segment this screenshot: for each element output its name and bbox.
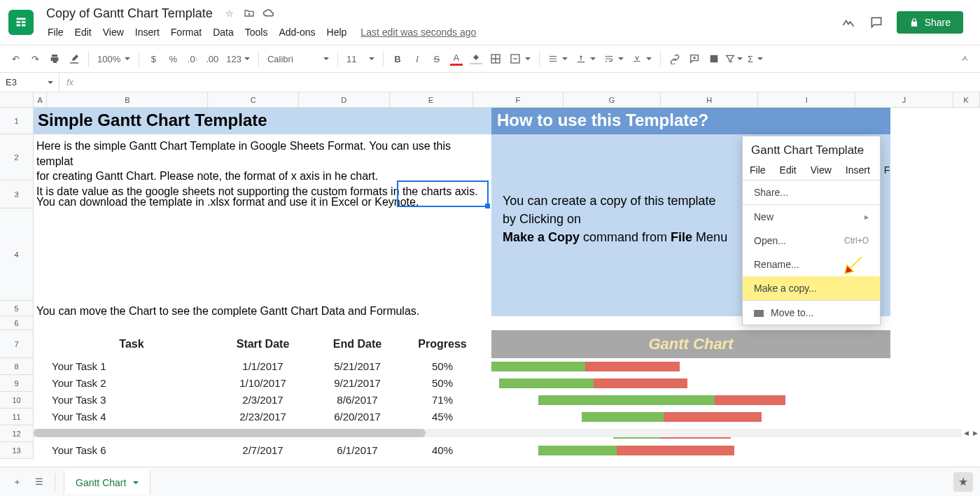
scrollbar-thumb[interactable] [34, 429, 426, 437]
text-color-button[interactable]: A [447, 49, 466, 69]
scroll-left-icon[interactable]: ◀ [962, 429, 971, 437]
row-header-10[interactable]: 10 [0, 392, 34, 409]
col-header-I[interactable]: I [758, 92, 855, 107]
cloud-status-icon[interactable] [262, 6, 276, 20]
sheets-logo[interactable] [8, 10, 34, 35]
row-header-12[interactable]: 12 [0, 425, 34, 442]
menu-add-ons[interactable]: Add-ons [273, 24, 321, 41]
borders-button[interactable] [486, 49, 505, 69]
table-cell: 2/3/2017 [216, 392, 310, 409]
col-header-D[interactable]: D [299, 92, 390, 107]
popup-item: Move to... [743, 301, 880, 325]
menu-view[interactable]: View [97, 24, 130, 41]
last-edit-link[interactable]: Last edit was seconds ago [360, 27, 476, 38]
table-cell: 6/1/2017 [310, 442, 405, 459]
redo-button[interactable]: ↷ [25, 49, 45, 69]
row-header-3[interactable]: 3 [0, 180, 34, 208]
document-title[interactable]: Copy of Gantt Chart Template [42, 5, 217, 22]
popup-menu-item: Insert [839, 160, 877, 180]
zoom-select[interactable]: 100% [93, 49, 134, 69]
sheet-tab[interactable]: Gantt Chart [64, 470, 150, 494]
row-header-6[interactable]: 6 [0, 316, 34, 330]
menu-data[interactable]: Data [207, 24, 239, 41]
row-header-13[interactable]: 13 [0, 442, 34, 459]
popup-menu-item: Edit [773, 160, 804, 180]
menu-help[interactable]: Help [321, 24, 353, 41]
row-header-7[interactable]: 7 [0, 330, 34, 358]
font-value: Calibri [267, 54, 293, 64]
row-header-1[interactable]: 1 [0, 108, 34, 134]
text-rotate-button[interactable] [628, 49, 656, 69]
col-header-J[interactable]: J [855, 92, 953, 107]
row-header-8[interactable]: 8 [0, 358, 34, 375]
row-header-9[interactable]: 9 [0, 375, 34, 392]
col-header-E[interactable]: E [390, 92, 473, 107]
name-box-value: E3 [6, 77, 17, 87]
cells-area[interactable]: Simple Gantt Chart Template How to use t… [34, 108, 980, 467]
title-left: Simple Gantt Chart Template [34, 108, 272, 133]
font-select[interactable]: Calibri [263, 49, 333, 69]
activity-icon[interactable] [841, 15, 856, 30]
bold-button[interactable]: B [388, 49, 407, 69]
row-header-2[interactable]: 2 [0, 134, 34, 180]
insert-chart-button[interactable] [704, 49, 724, 69]
menu-format[interactable]: Format [165, 24, 207, 41]
insert-link-button[interactable] [665, 49, 685, 69]
row-header-4[interactable]: 4 [0, 208, 34, 301]
currency-button[interactable]: $ [144, 49, 163, 69]
filter-button[interactable] [724, 49, 743, 69]
menu-file[interactable]: File [42, 24, 69, 41]
table-header: Start Date [216, 330, 310, 358]
vertical-align-button[interactable] [572, 49, 600, 69]
title-right: How to use this Template? [493, 108, 713, 133]
menu-edit[interactable]: Edit [69, 24, 97, 41]
col-header-B[interactable]: B [47, 92, 208, 107]
table-cell: Your Task 6 [52, 442, 220, 459]
explore-button[interactable] [953, 472, 973, 492]
paint-format-button[interactable] [64, 49, 84, 69]
title-bar: Copy of Gantt Chart Template ☆ FileEditV… [0, 0, 980, 45]
scroll-right-icon[interactable]: ▶ [971, 429, 980, 437]
text-wrap-button[interactable] [600, 49, 628, 69]
comments-icon[interactable] [869, 15, 884, 30]
strikethrough-button[interactable]: S [427, 49, 447, 69]
horizontal-align-button[interactable] [544, 49, 572, 69]
collapse-toolbar-button[interactable]: ㅅ [955, 49, 974, 69]
star-icon[interactable]: ☆ [223, 6, 237, 20]
increase-decimal-button[interactable]: .00 [202, 49, 222, 69]
all-sheets-button[interactable]: ☰ [28, 471, 50, 493]
italic-button[interactable]: I [407, 49, 427, 69]
fill-color-button[interactable] [466, 49, 486, 69]
select-all-corner[interactable] [0, 92, 34, 108]
insert-comment-button[interactable] [685, 49, 704, 69]
undo-button[interactable]: ↶ [6, 49, 25, 69]
decrease-decimal-button[interactable]: .0↓ [183, 49, 202, 69]
popup-menu-item: F [877, 160, 897, 180]
merge-cells-button[interactable] [505, 49, 535, 69]
desc2: You can download the template in .xlsx f… [36, 196, 419, 208]
row-headers: 12345678910111213 [0, 108, 34, 459]
horizontal-scrollbar[interactable] [34, 429, 962, 437]
font-size-select[interactable]: 11 [342, 49, 379, 69]
col-header-H[interactable]: H [661, 92, 758, 107]
row-header-11[interactable]: 11 [0, 409, 34, 425]
popup-menu-item: View [804, 160, 839, 180]
share-button[interactable]: Share [897, 11, 963, 34]
functions-button[interactable]: Σ [743, 49, 767, 69]
percent-button[interactable]: % [163, 49, 183, 69]
name-box[interactable]: E3 [0, 73, 59, 92]
menu-tools[interactable]: Tools [239, 24, 274, 41]
menu-insert[interactable]: Insert [130, 24, 165, 41]
col-header-F[interactable]: F [473, 92, 564, 107]
col-header-G[interactable]: G [564, 92, 661, 107]
print-button[interactable] [45, 49, 64, 69]
add-sheet-button[interactable]: ＋ [6, 471, 28, 493]
col-header-A[interactable]: A [34, 92, 47, 107]
formula-input[interactable] [80, 73, 980, 92]
more-formats-select[interactable]: 123 [222, 49, 254, 69]
spreadsheet-grid[interactable]: ABCDEFGHIJK 12345678910111213 Simple Gan… [0, 92, 980, 467]
move-to-folder-icon[interactable] [242, 6, 256, 20]
col-header-K[interactable]: K [953, 92, 980, 107]
col-header-C[interactable]: C [208, 92, 299, 107]
row-header-5[interactable]: 5 [0, 301, 34, 316]
